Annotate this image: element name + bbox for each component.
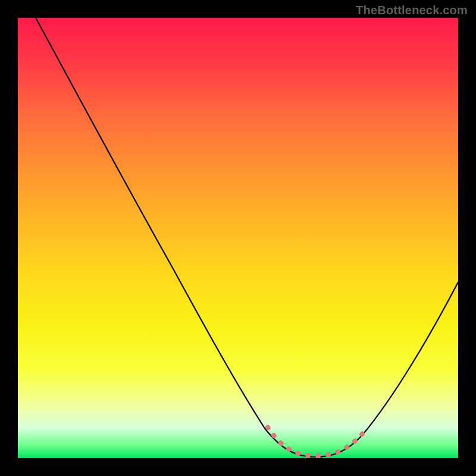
chart-container: TheBottleneck.com — [0, 0, 476, 476]
plot-area — [18, 18, 458, 458]
bottleneck-curve — [36, 18, 458, 457]
highlight-dots — [268, 427, 363, 456]
curve-svg — [18, 18, 458, 458]
watermark-text: TheBottleneck.com — [356, 4, 468, 17]
